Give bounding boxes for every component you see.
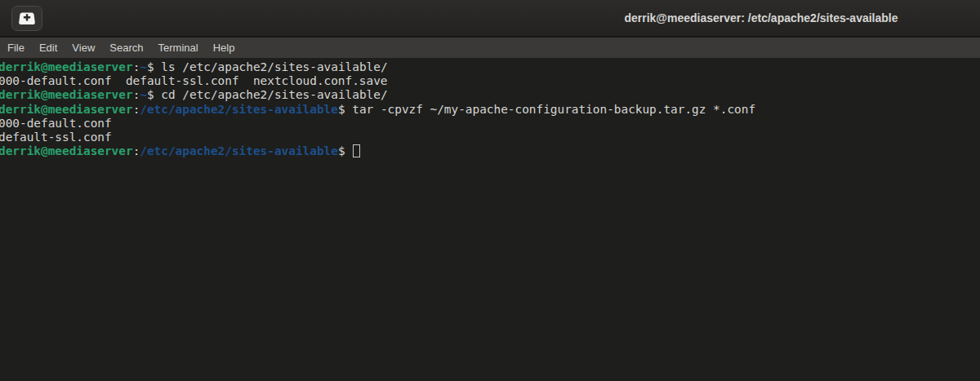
prompt-colon: : (133, 60, 140, 73)
new-terminal-button[interactable] (11, 6, 42, 31)
prompt-user-host: derrik@meediaserver (0, 60, 133, 73)
output-text: 000-default.conf default-ssl.conf nextcl… (0, 74, 388, 87)
prompt-colon: : (133, 88, 140, 101)
menu-item-edit[interactable]: Edit (32, 38, 65, 58)
prompt-user-host: derrik@meediaserver (0, 144, 133, 157)
prompt-path: /etc/apache2/sites-available (140, 103, 338, 116)
prompt-symbol: $ (147, 88, 154, 101)
terminal-prompt-line: derrik@meediaserver:~$ cd /etc/apache2/s… (0, 88, 980, 102)
output-text: default-ssl.conf (0, 131, 112, 144)
terminal-prompt-line: derrik@meediaserver:~$ ls /etc/apache2/s… (0, 60, 980, 74)
terminal-prompt-line: derrik@meediaserver:/etc/apache2/sites-a… (0, 103, 980, 117)
prompt-colon: : (133, 103, 140, 116)
new-tab-icon (18, 11, 36, 27)
terminal[interactable]: derrik@meediaserver:~$ ls /etc/apache2/s… (0, 58, 980, 381)
window-title: derrik@meediaserver: /etc/apache2/sites-… (598, 0, 924, 37)
command-text: cd /etc/apache2/sites-available/ (161, 88, 387, 101)
prompt-user-host: derrik@meediaserver (0, 103, 133, 116)
terminal-output-line: 000-default.conf default-ssl.conf nextcl… (0, 74, 980, 88)
menu-item-file[interactable]: File (0, 38, 32, 58)
command-text: ls /etc/apache2/sites-available/ (161, 60, 387, 73)
menu-item-help[interactable]: Help (206, 38, 243, 58)
prompt-symbol: $ (338, 103, 345, 116)
prompt-symbol: $ (338, 144, 345, 157)
menu-item-search[interactable]: Search (102, 38, 150, 58)
menu-bar: FileEditViewSearchTerminalHelp (0, 37, 980, 58)
terminal-cursor (353, 144, 360, 157)
prompt-colon: : (133, 144, 140, 157)
output-text: 000-default.conf (0, 117, 112, 130)
prompt-user-host: derrik@meediaserver (0, 88, 133, 101)
prompt-path: /etc/apache2/sites-available (140, 144, 338, 157)
terminal-output-line: 000-default.conf (0, 117, 980, 131)
command-text: tar -cpvzf ~/my-apache-configuration-bac… (352, 103, 755, 116)
prompt-path: ~ (140, 88, 147, 101)
menu-item-terminal[interactable]: Terminal (151, 38, 206, 58)
terminal-output-line: default-ssl.conf (0, 131, 980, 144)
menu-item-view[interactable]: View (65, 38, 102, 58)
terminal-prompt-line: derrik@meediaserver:/etc/apache2/sites-a… (0, 144, 980, 158)
prompt-path: ~ (140, 60, 147, 73)
prompt-symbol: $ (147, 60, 154, 73)
title-bar[interactable]: derrik@meediaserver: /etc/apache2/sites-… (0, 0, 980, 37)
